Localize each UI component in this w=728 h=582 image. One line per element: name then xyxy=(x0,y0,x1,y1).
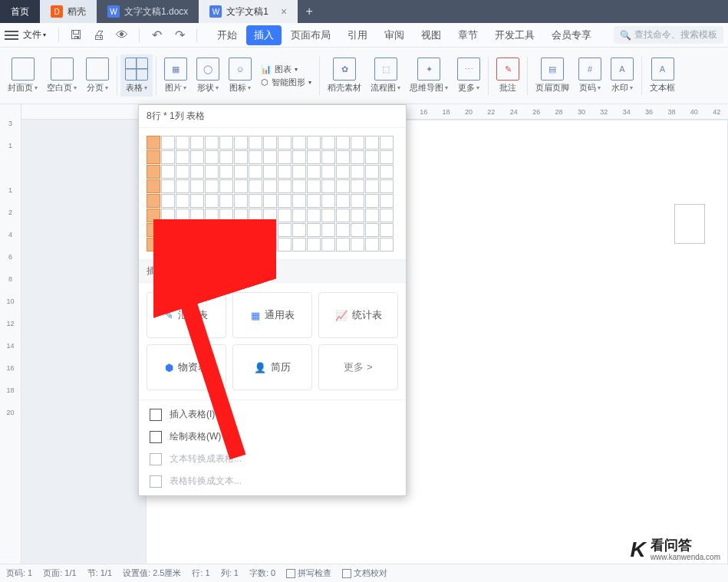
grid-cell[interactable] xyxy=(263,165,277,179)
grid-cell[interactable] xyxy=(219,136,233,150)
grid-cell[interactable] xyxy=(176,209,189,222)
grid-cell[interactable] xyxy=(205,136,219,150)
grid-cell[interactable] xyxy=(176,223,189,237)
menu-start[interactable]: 开始 xyxy=(209,25,245,45)
grid-cell[interactable] xyxy=(249,136,262,150)
preview-icon[interactable]: 👁 xyxy=(114,28,130,43)
grid-cell[interactable] xyxy=(278,209,292,222)
grid-cell[interactable] xyxy=(205,209,219,222)
grid-cell[interactable] xyxy=(278,136,292,150)
grid-cell[interactable] xyxy=(336,194,350,208)
grid-cell[interactable] xyxy=(219,150,233,164)
grid-cell[interactable] xyxy=(307,238,321,252)
grid-cell[interactable] xyxy=(249,165,262,179)
grid-cell[interactable] xyxy=(219,209,233,222)
grid-cell[interactable] xyxy=(336,179,350,193)
grid-cell[interactable] xyxy=(321,136,335,150)
grid-cell[interactable] xyxy=(292,223,306,237)
grid-cell[interactable] xyxy=(190,238,204,252)
grid-cell[interactable] xyxy=(161,179,175,193)
grid-cell[interactable] xyxy=(219,165,233,179)
tab-home[interactable]: 首页 xyxy=(0,0,40,23)
grid-cell[interactable] xyxy=(336,136,350,150)
grid-cell[interactable] xyxy=(321,238,335,252)
grid-cell[interactable] xyxy=(205,179,219,193)
grid-cell[interactable] xyxy=(205,223,219,237)
search-input[interactable]: 🔍 查找命令、搜索模板 xyxy=(614,26,723,44)
grid-cell[interactable] xyxy=(307,194,321,208)
grid-cell[interactable] xyxy=(263,150,277,164)
grid-cell[interactable] xyxy=(147,165,160,179)
menu-review[interactable]: 审阅 xyxy=(377,25,412,45)
grid-cell[interactable] xyxy=(292,165,306,179)
grid-cell[interactable] xyxy=(176,194,189,208)
grid-cell[interactable] xyxy=(365,150,379,164)
card-stats[interactable]: 📈统计表 xyxy=(318,292,398,338)
grid-cell[interactable] xyxy=(365,209,379,222)
grid-cell[interactable] xyxy=(365,179,379,193)
grid-cell[interactable] xyxy=(263,136,277,150)
grid-cell[interactable] xyxy=(380,194,394,208)
grid-cell[interactable] xyxy=(147,150,160,164)
grid-cell[interactable] xyxy=(307,223,321,237)
grid-cell[interactable] xyxy=(365,223,379,237)
grid-cell[interactable] xyxy=(351,223,364,237)
menu-view[interactable]: 视图 xyxy=(413,25,449,45)
grid-cell[interactable] xyxy=(336,238,350,252)
grid-cell[interactable] xyxy=(190,179,204,193)
add-tab-button[interactable]: + xyxy=(298,0,321,23)
grid-cell[interactable] xyxy=(365,238,379,252)
grid-cell[interactable] xyxy=(249,150,262,164)
ribbon-smartart[interactable]: ⬡智能图形▾ xyxy=(261,77,311,88)
grid-cell[interactable] xyxy=(190,136,204,150)
grid-cell[interactable] xyxy=(161,150,175,164)
menu-dev[interactable]: 开发工具 xyxy=(487,25,542,45)
ribbon-textbox[interactable]: A文本框 xyxy=(645,54,680,97)
grid-cell[interactable] xyxy=(365,194,379,208)
grid-cell[interactable] xyxy=(351,238,364,252)
ribbon-mindmap[interactable]: ✦思维导图▾ xyxy=(405,54,453,97)
ribbon-headerfooter[interactable]: ▤页眉页脚 xyxy=(531,54,574,97)
card-inventory[interactable]: ⬢物资表 xyxy=(147,344,226,390)
menu-insert[interactable]: 插入 xyxy=(246,25,282,45)
ribbon-pagebreak[interactable]: 分页▾ xyxy=(81,54,114,97)
table-size-picker[interactable] xyxy=(139,128,406,259)
grid-cell[interactable] xyxy=(365,136,379,150)
grid-cell[interactable] xyxy=(380,150,394,164)
grid-cell[interactable] xyxy=(292,194,306,208)
grid-cell[interactable] xyxy=(336,223,350,237)
grid-cell[interactable] xyxy=(278,165,292,179)
file-menu[interactable]: 文件▾ xyxy=(23,28,46,41)
grid-cell[interactable] xyxy=(307,179,321,193)
grid-cell[interactable] xyxy=(249,238,262,252)
ribbon-table[interactable]: 表格▾ xyxy=(120,54,153,97)
grid-cell[interactable] xyxy=(278,238,292,252)
grid-cell[interactable] xyxy=(176,238,189,252)
grid-cell[interactable] xyxy=(190,223,204,237)
grid-cell[interactable] xyxy=(147,238,160,252)
grid-cell[interactable] xyxy=(321,179,335,193)
grid-cell[interactable] xyxy=(307,136,321,150)
grid-cell[interactable] xyxy=(321,150,335,164)
grid-cell[interactable] xyxy=(292,209,306,222)
ribbon-comment[interactable]: ✎批注 xyxy=(492,54,524,97)
ribbon-flowchart[interactable]: ⬚流程图▾ xyxy=(366,54,405,97)
grid-cell[interactable] xyxy=(292,150,306,164)
grid-cell[interactable] xyxy=(351,194,364,208)
grid-cell[interactable] xyxy=(249,179,262,193)
grid-cell[interactable] xyxy=(161,209,175,222)
grid-cell[interactable] xyxy=(234,136,248,150)
grid-cell[interactable] xyxy=(234,179,248,193)
grid-cell[interactable] xyxy=(351,209,364,222)
card-report[interactable]: ✎汇报表 xyxy=(147,292,226,338)
grid-cell[interactable] xyxy=(205,150,219,164)
grid-cell[interactable] xyxy=(263,194,277,208)
grid-cell[interactable] xyxy=(147,136,160,150)
grid-cell[interactable] xyxy=(234,223,248,237)
grid-cell[interactable] xyxy=(351,165,364,179)
grid-cell[interactable] xyxy=(219,223,233,237)
menu-vip[interactable]: 会员专享 xyxy=(544,25,599,45)
menu-section[interactable]: 章节 xyxy=(450,25,486,45)
grid-cell[interactable] xyxy=(147,223,160,237)
close-icon[interactable]: × xyxy=(281,5,287,18)
